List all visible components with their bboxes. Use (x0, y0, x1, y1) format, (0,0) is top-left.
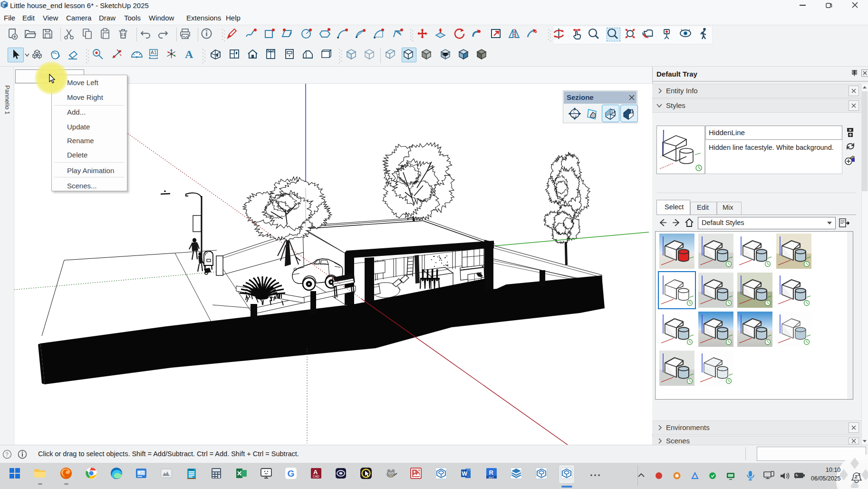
svg-text:G: G (288, 469, 295, 479)
svg-text:A: A (185, 48, 193, 60)
svg-text:3: 3 (117, 50, 120, 54)
svg-text:C: C (573, 110, 576, 113)
svg-text:RVT: RVT (489, 476, 494, 479)
svg-text:A1: A1 (151, 50, 157, 55)
svg-text:CAD: CAD (313, 475, 319, 478)
svg-text:A-B: A-B (572, 115, 577, 118)
svg-text:?: ? (6, 451, 9, 457)
svg-text:W: W (462, 470, 468, 477)
svg-text:R: R (489, 469, 494, 476)
